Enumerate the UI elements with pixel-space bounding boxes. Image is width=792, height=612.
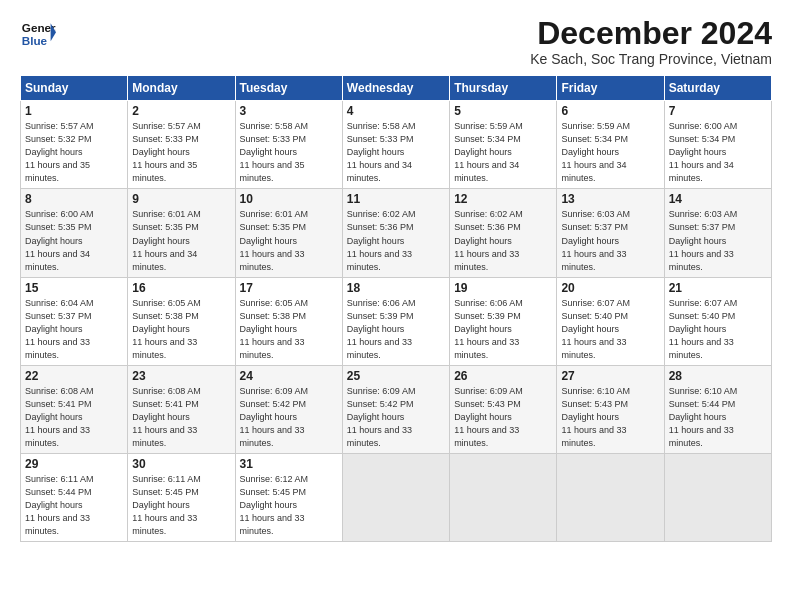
calendar-day-cell: 17 Sunrise: 6:05 AMSunset: 5:38 PMDaylig… [235, 277, 342, 365]
day-number: 22 [25, 369, 123, 383]
day-number: 13 [561, 192, 659, 206]
day-info: Sunrise: 6:02 AMSunset: 5:36 PMDaylight … [454, 209, 523, 271]
calendar-day-cell: 11 Sunrise: 6:02 AMSunset: 5:36 PMDaylig… [342, 189, 449, 277]
header-sunday: Sunday [21, 76, 128, 101]
day-number: 10 [240, 192, 338, 206]
calendar-day-cell: 25 Sunrise: 6:09 AMSunset: 5:42 PMDaylig… [342, 365, 449, 453]
day-info: Sunrise: 5:57 AMSunset: 5:33 PMDaylight … [132, 121, 201, 183]
day-number: 15 [25, 281, 123, 295]
calendar-day-cell: 12 Sunrise: 6:02 AMSunset: 5:36 PMDaylig… [450, 189, 557, 277]
calendar-day-cell: 29 Sunrise: 6:11 AMSunset: 5:44 PMDaylig… [21, 454, 128, 542]
calendar-week-row: 8 Sunrise: 6:00 AMSunset: 5:35 PMDayligh… [21, 189, 772, 277]
day-number: 28 [669, 369, 767, 383]
header: General Blue December 2024 Ke Sach, Soc … [20, 16, 772, 67]
calendar-day-cell: 31 Sunrise: 6:12 AMSunset: 5:45 PMDaylig… [235, 454, 342, 542]
calendar-day-cell: 16 Sunrise: 6:05 AMSunset: 5:38 PMDaylig… [128, 277, 235, 365]
day-number: 21 [669, 281, 767, 295]
day-number: 27 [561, 369, 659, 383]
calendar-day-cell: 7 Sunrise: 6:00 AMSunset: 5:34 PMDayligh… [664, 101, 771, 189]
day-number: 19 [454, 281, 552, 295]
month-title: December 2024 [530, 16, 772, 51]
day-info: Sunrise: 6:09 AMSunset: 5:42 PMDaylight … [347, 386, 416, 448]
day-number: 23 [132, 369, 230, 383]
day-info: Sunrise: 6:05 AMSunset: 5:38 PMDaylight … [132, 298, 201, 360]
header-wednesday: Wednesday [342, 76, 449, 101]
calendar-day-cell [664, 454, 771, 542]
day-info: Sunrise: 6:00 AMSunset: 5:34 PMDaylight … [669, 121, 738, 183]
calendar-day-cell: 8 Sunrise: 6:00 AMSunset: 5:35 PMDayligh… [21, 189, 128, 277]
day-number: 1 [25, 104, 123, 118]
calendar-day-cell: 15 Sunrise: 6:04 AMSunset: 5:37 PMDaylig… [21, 277, 128, 365]
calendar-day-cell: 3 Sunrise: 5:58 AMSunset: 5:33 PMDayligh… [235, 101, 342, 189]
calendar-week-row: 1 Sunrise: 5:57 AMSunset: 5:32 PMDayligh… [21, 101, 772, 189]
day-number: 18 [347, 281, 445, 295]
header-thursday: Thursday [450, 76, 557, 101]
calendar-day-cell [557, 454, 664, 542]
day-number: 11 [347, 192, 445, 206]
calendar-day-cell: 20 Sunrise: 6:07 AMSunset: 5:40 PMDaylig… [557, 277, 664, 365]
calendar-day-cell: 2 Sunrise: 5:57 AMSunset: 5:33 PMDayligh… [128, 101, 235, 189]
calendar: Sunday Monday Tuesday Wednesday Thursday… [20, 75, 772, 542]
logo: General Blue [20, 16, 56, 52]
calendar-day-cell: 10 Sunrise: 6:01 AMSunset: 5:35 PMDaylig… [235, 189, 342, 277]
calendar-day-cell: 24 Sunrise: 6:09 AMSunset: 5:42 PMDaylig… [235, 365, 342, 453]
calendar-day-cell: 14 Sunrise: 6:03 AMSunset: 5:37 PMDaylig… [664, 189, 771, 277]
day-info: Sunrise: 6:10 AMSunset: 5:43 PMDaylight … [561, 386, 630, 448]
day-number: 14 [669, 192, 767, 206]
calendar-day-cell: 9 Sunrise: 6:01 AMSunset: 5:35 PMDayligh… [128, 189, 235, 277]
day-number: 7 [669, 104, 767, 118]
day-info: Sunrise: 5:57 AMSunset: 5:32 PMDaylight … [25, 121, 94, 183]
calendar-week-row: 22 Sunrise: 6:08 AMSunset: 5:41 PMDaylig… [21, 365, 772, 453]
calendar-day-cell [450, 454, 557, 542]
day-number: 8 [25, 192, 123, 206]
calendar-day-cell: 27 Sunrise: 6:10 AMSunset: 5:43 PMDaylig… [557, 365, 664, 453]
day-info: Sunrise: 6:03 AMSunset: 5:37 PMDaylight … [669, 209, 738, 271]
day-info: Sunrise: 5:58 AMSunset: 5:33 PMDaylight … [347, 121, 416, 183]
calendar-day-cell: 22 Sunrise: 6:08 AMSunset: 5:41 PMDaylig… [21, 365, 128, 453]
day-info: Sunrise: 6:02 AMSunset: 5:36 PMDaylight … [347, 209, 416, 271]
day-number: 12 [454, 192, 552, 206]
day-info: Sunrise: 6:04 AMSunset: 5:37 PMDaylight … [25, 298, 94, 360]
day-number: 31 [240, 457, 338, 471]
day-info: Sunrise: 6:07 AMSunset: 5:40 PMDaylight … [669, 298, 738, 360]
calendar-day-cell: 4 Sunrise: 5:58 AMSunset: 5:33 PMDayligh… [342, 101, 449, 189]
day-number: 16 [132, 281, 230, 295]
header-monday: Monday [128, 76, 235, 101]
calendar-day-cell: 19 Sunrise: 6:06 AMSunset: 5:39 PMDaylig… [450, 277, 557, 365]
header-tuesday: Tuesday [235, 76, 342, 101]
header-saturday: Saturday [664, 76, 771, 101]
day-number: 30 [132, 457, 230, 471]
weekday-header-row: Sunday Monday Tuesday Wednesday Thursday… [21, 76, 772, 101]
calendar-day-cell: 1 Sunrise: 5:57 AMSunset: 5:32 PMDayligh… [21, 101, 128, 189]
day-info: Sunrise: 6:00 AMSunset: 5:35 PMDaylight … [25, 209, 94, 271]
day-info: Sunrise: 6:08 AMSunset: 5:41 PMDaylight … [25, 386, 94, 448]
day-info: Sunrise: 5:59 AMSunset: 5:34 PMDaylight … [454, 121, 523, 183]
day-number: 26 [454, 369, 552, 383]
page: General Blue December 2024 Ke Sach, Soc … [0, 0, 792, 612]
title-block: December 2024 Ke Sach, Soc Trang Provinc… [530, 16, 772, 67]
svg-text:Blue: Blue [22, 34, 48, 47]
calendar-day-cell: 5 Sunrise: 5:59 AMSunset: 5:34 PMDayligh… [450, 101, 557, 189]
header-friday: Friday [557, 76, 664, 101]
day-info: Sunrise: 6:01 AMSunset: 5:35 PMDaylight … [240, 209, 309, 271]
day-info: Sunrise: 6:10 AMSunset: 5:44 PMDaylight … [669, 386, 738, 448]
calendar-day-cell: 21 Sunrise: 6:07 AMSunset: 5:40 PMDaylig… [664, 277, 771, 365]
day-info: Sunrise: 6:09 AMSunset: 5:42 PMDaylight … [240, 386, 309, 448]
day-info: Sunrise: 5:58 AMSunset: 5:33 PMDaylight … [240, 121, 309, 183]
day-info: Sunrise: 6:06 AMSunset: 5:39 PMDaylight … [454, 298, 523, 360]
calendar-week-row: 29 Sunrise: 6:11 AMSunset: 5:44 PMDaylig… [21, 454, 772, 542]
day-number: 2 [132, 104, 230, 118]
calendar-day-cell: 28 Sunrise: 6:10 AMSunset: 5:44 PMDaylig… [664, 365, 771, 453]
day-number: 20 [561, 281, 659, 295]
subtitle: Ke Sach, Soc Trang Province, Vietnam [530, 51, 772, 67]
day-number: 6 [561, 104, 659, 118]
day-info: Sunrise: 6:01 AMSunset: 5:35 PMDaylight … [132, 209, 201, 271]
calendar-day-cell: 13 Sunrise: 6:03 AMSunset: 5:37 PMDaylig… [557, 189, 664, 277]
day-number: 5 [454, 104, 552, 118]
day-info: Sunrise: 6:06 AMSunset: 5:39 PMDaylight … [347, 298, 416, 360]
calendar-day-cell: 6 Sunrise: 5:59 AMSunset: 5:34 PMDayligh… [557, 101, 664, 189]
day-info: Sunrise: 6:05 AMSunset: 5:38 PMDaylight … [240, 298, 309, 360]
calendar-day-cell: 26 Sunrise: 6:09 AMSunset: 5:43 PMDaylig… [450, 365, 557, 453]
day-info: Sunrise: 6:12 AMSunset: 5:45 PMDaylight … [240, 474, 309, 536]
day-info: Sunrise: 6:11 AMSunset: 5:44 PMDaylight … [25, 474, 94, 536]
